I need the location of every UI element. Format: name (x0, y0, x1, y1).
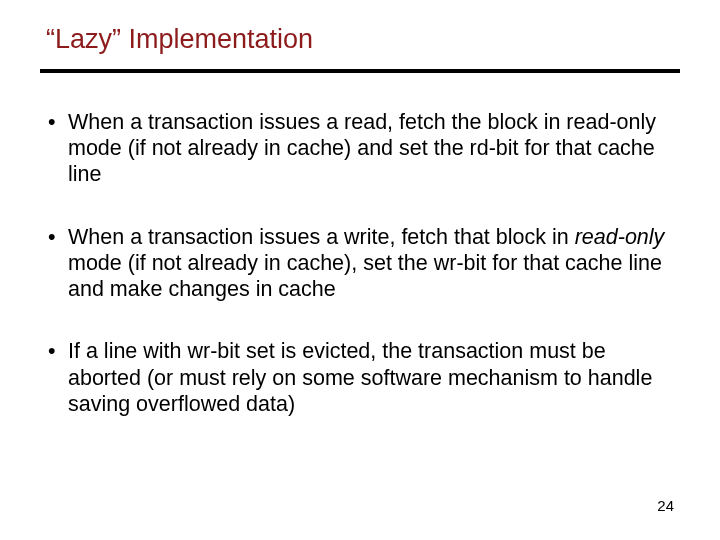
bullet-text: If a line with wr-bit set is evicted, th… (68, 339, 652, 415)
bullet-text: When a transaction issues a write, fetch… (68, 225, 664, 301)
page-number: 24 (657, 497, 674, 514)
title-underline (40, 69, 680, 73)
slide-title: “Lazy” Implementation (46, 24, 680, 55)
bullet-list: When a transaction issues a read, fetch … (40, 109, 680, 417)
bullet-text: When a transaction issues a read, fetch … (68, 110, 656, 186)
bullet-item: When a transaction issues a write, fetch… (48, 224, 680, 303)
bullet-item: If a line with wr-bit set is evicted, th… (48, 338, 680, 417)
slide: “Lazy” Implementation When a transaction… (0, 0, 720, 540)
bullet-item: When a transaction issues a read, fetch … (48, 109, 680, 188)
